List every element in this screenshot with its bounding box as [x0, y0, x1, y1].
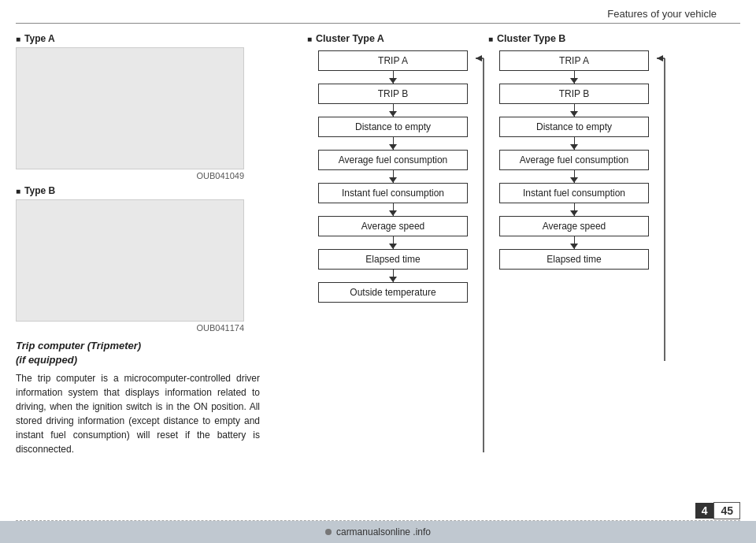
cluster-b-col: Cluster Type B TRIP A TRIP B Distance to… — [488, 33, 660, 456]
cluster-a-box-4: Instant fuel consumption — [318, 183, 468, 203]
cluster-b-arrow-1 — [574, 104, 575, 117]
cluster-a-box-5: Average speed — [318, 216, 468, 236]
type-a-label: Type A — [16, 33, 299, 44]
cluster-a-arrow-4 — [393, 203, 394, 216]
cluster-b-wrapper: TRIP A TRIP B Distance to empty Average … — [488, 50, 660, 270]
cluster-b-arrow-3 — [574, 170, 575, 183]
header-title: Features of your vehicle — [607, 8, 717, 20]
cluster-a-wrapper: TRIP A TRIP B Distance to empty Average … — [307, 50, 479, 303]
cluster-b-arrow-5 — [574, 236, 575, 249]
cluster-a-arrow-5 — [393, 236, 394, 249]
type-b-image — [16, 199, 244, 322]
cluster-b-box-4: Instant fuel consumption — [499, 183, 649, 203]
cluster-b-arrow-4 — [574, 203, 575, 216]
page-header: Features of your vehicle — [16, 0, 740, 24]
cluster-a-flowchart: TRIP A TRIP B Distance to empty Average … — [307, 50, 479, 303]
cluster-a-box-7: Outside temperature — [318, 282, 468, 303]
cluster-a-box-3: Average fuel consumption — [318, 150, 468, 170]
cluster-b-arrow-2 — [574, 137, 575, 150]
caption-b: OUB041174 — [16, 323, 244, 333]
page-num-45: 45 — [713, 502, 740, 519]
cluster-a-arrow-2 — [393, 137, 394, 150]
cluster-b-title: Cluster Type B — [488, 33, 660, 44]
cluster-b-box-1: TRIP B — [499, 84, 649, 104]
charts-area: Cluster Type A TRIP A TRIP B Distance to… — [299, 33, 660, 456]
cluster-b-box-6: Elapsed time — [499, 249, 649, 270]
cluster-a-title: Cluster Type A — [307, 33, 479, 44]
left-column: Type A OUB041049 Type B OUB041174 Trip c… — [16, 33, 299, 456]
page-number-area: 4 45 — [695, 502, 740, 519]
trip-computer-body: The trip computer is a microcomputer-con… — [16, 371, 260, 456]
cluster-a-arrow-0 — [393, 71, 394, 84]
cluster-b-box-2: Distance to empty — [499, 117, 649, 137]
cluster-b-arrow-0 — [574, 71, 575, 84]
trip-computer-title: Trip computer (Tripmeter)(if equipped) — [16, 339, 299, 367]
cluster-a-box-0: TRIP A — [318, 50, 468, 71]
cluster-a-box-6: Elapsed time — [318, 249, 468, 270]
carmanuals-bar: carmanualsonline .info — [0, 521, 756, 543]
cluster-b-box-3: Average fuel consumption — [499, 150, 649, 170]
page-num-4: 4 — [695, 503, 714, 519]
cluster-a-arrow-6 — [393, 270, 394, 282]
carmanuals-text: carmanualsonline .info — [336, 526, 431, 537]
cluster-b-box-5: Average speed — [499, 216, 649, 236]
cluster-b-box-0: TRIP A — [499, 50, 649, 71]
type-b-label: Type B — [16, 185, 299, 196]
cluster-a-arrow-3 — [393, 170, 394, 183]
cluster-a-arrow-1 — [393, 104, 394, 117]
caption-a: OUB041049 — [16, 171, 244, 180]
cluster-a-col: Cluster Type A TRIP A TRIP B Distance to… — [307, 33, 479, 456]
cluster-a-box-1: TRIP B — [318, 84, 468, 104]
cluster-b-loop-arrow — [657, 50, 680, 361]
main-content: Type A OUB041049 Type B OUB041174 Trip c… — [0, 24, 756, 456]
carmanuals-icon — [325, 529, 332, 535]
cluster-b-flowchart: TRIP A TRIP B Distance to empty Average … — [488, 50, 660, 270]
cluster-a-box-2: Distance to empty — [318, 117, 468, 137]
type-a-image — [16, 47, 244, 169]
